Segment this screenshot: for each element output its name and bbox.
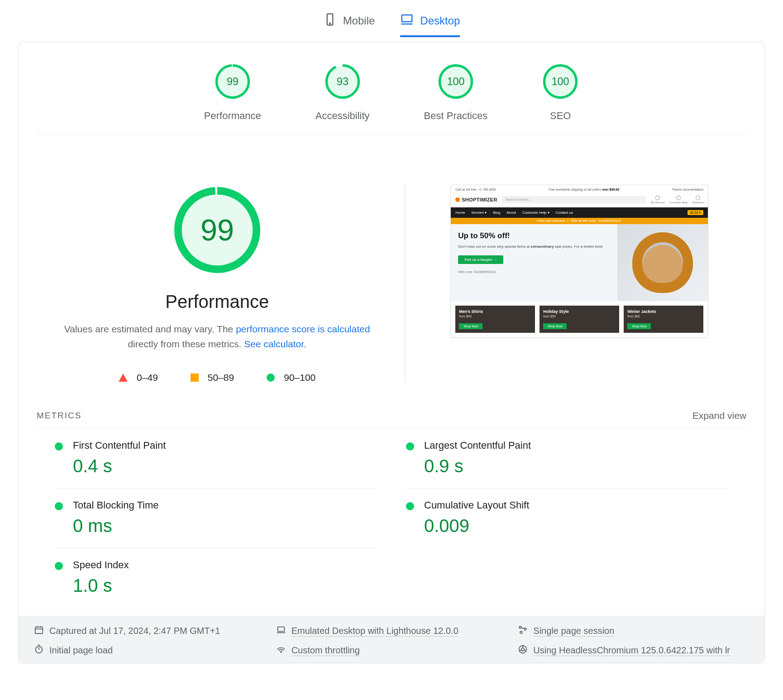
gauge-circle-icon: 100 bbox=[437, 63, 474, 100]
svg-point-20 bbox=[520, 626, 522, 628]
metrics-grid: First Contentful Paint 0.4 s Largest Con… bbox=[37, 428, 746, 608]
tab-mobile-label: Mobile bbox=[343, 14, 375, 27]
metric-value: 1.0 s bbox=[73, 575, 129, 596]
metric-value: 0.9 s bbox=[424, 456, 531, 476]
score-legend: 0–49 50–89 90–100 bbox=[119, 372, 315, 383]
gauge-accessibility[interactable]: 93 Accessibility bbox=[315, 63, 370, 122]
svg-point-21 bbox=[525, 628, 527, 630]
legend-fail: 0–49 bbox=[119, 372, 158, 383]
gauge-best-practices[interactable]: 100 Best Practices bbox=[424, 63, 488, 122]
footer-session[interactable]: Single page session bbox=[518, 625, 749, 637]
page-screenshot: Call us toll free: +1 789 2000 Free worl… bbox=[423, 185, 735, 338]
metrics-header: METRICS Expand view bbox=[19, 410, 764, 421]
gauge-label: Accessibility bbox=[315, 110, 370, 122]
device-tabs: Mobile Desktop bbox=[18, 0, 765, 42]
square-icon bbox=[191, 374, 199, 382]
gauge-performance[interactable]: 99 Performance bbox=[204, 63, 261, 122]
status-dot-icon bbox=[406, 502, 414, 510]
laptop-icon bbox=[276, 625, 286, 637]
gauge-label: SEO bbox=[550, 110, 571, 122]
network-icon bbox=[276, 644, 286, 657]
performance-section: 99 Performance Values are estimated and … bbox=[19, 135, 764, 405]
performance-title: Performance bbox=[165, 292, 269, 312]
metric-name: Total Blocking Time bbox=[73, 499, 159, 511]
svg-line-32 bbox=[524, 650, 526, 651]
svg-line-31 bbox=[520, 650, 522, 651]
hero-person-image bbox=[617, 224, 708, 301]
gauge-label: Best Practices bbox=[424, 110, 488, 122]
footer-browser[interactable]: Using HeadlessChromium 125.0.6422.175 wi… bbox=[518, 644, 749, 657]
category-gauges: 99 Performance 93 Accessibility 100 Best… bbox=[37, 59, 746, 135]
metric-value: 0.009 bbox=[424, 516, 529, 536]
tab-mobile[interactable]: Mobile bbox=[323, 13, 375, 37]
calendar-icon bbox=[34, 625, 44, 637]
circle-icon bbox=[267, 374, 275, 382]
performance-summary: 99 Performance Values are estimated and … bbox=[48, 185, 405, 383]
gauge-score: 100 bbox=[552, 76, 569, 87]
triangle-icon bbox=[119, 374, 128, 382]
metric-name: Speed Index bbox=[73, 559, 129, 571]
gauge-circle-icon: 93 bbox=[324, 63, 361, 100]
gauge-score: 100 bbox=[447, 76, 465, 87]
nodes-icon bbox=[518, 625, 528, 637]
report-card: 99 Performance 93 Accessibility 100 Best… bbox=[18, 42, 765, 663]
chrome-icon bbox=[518, 644, 528, 657]
metric-name: First Contentful Paint bbox=[73, 440, 166, 451]
gauge-label: Performance bbox=[204, 110, 261, 122]
gauge-score: 93 bbox=[337, 76, 349, 87]
timer-icon bbox=[34, 644, 44, 657]
status-dot-icon bbox=[55, 442, 63, 451]
svg-rect-2 bbox=[402, 15, 412, 22]
link-score-calc[interactable]: performance score is calculated bbox=[236, 324, 370, 334]
footer-throttling[interactable]: Custom throttling bbox=[276, 644, 507, 657]
svg-line-23 bbox=[521, 628, 525, 629]
metric-value: 0.4 s bbox=[73, 456, 166, 476]
metric-lcp[interactable]: Largest Contentful Paint 0.9 s bbox=[406, 429, 728, 489]
footer-captured: Captured at Jul 17, 2024, 2:47 PM GMT+1 bbox=[34, 625, 265, 637]
gauge-score: 99 bbox=[227, 76, 239, 87]
performance-description: Values are estimated and may vary. The p… bbox=[59, 322, 376, 351]
gauge-circle-icon: 99 bbox=[214, 63, 251, 100]
gauge-circle-icon: 100 bbox=[542, 63, 579, 100]
shop-nav: HomeWomen ▾BlogAboutCustomer Help ▾Conta… bbox=[451, 207, 708, 218]
gauge-seo[interactable]: 100 SEO bbox=[542, 63, 579, 122]
metric-value: 0 ms bbox=[73, 516, 159, 536]
tab-desktop-label: Desktop bbox=[420, 14, 460, 27]
shop-logo: SHOPTIMIZER bbox=[455, 197, 497, 202]
performance-big-score: 99 bbox=[201, 213, 234, 247]
footer-emulated[interactable]: Emulated Desktop with Lighthouse 12.0.0 bbox=[276, 625, 507, 637]
screenshot-thumbnail[interactable]: Call us toll free: +1 789 2000 Free worl… bbox=[450, 185, 708, 338]
metric-name: Largest Contentful Paint bbox=[424, 440, 531, 451]
metric-tbt[interactable]: Total Blocking Time 0 ms bbox=[55, 489, 377, 548]
legend-good: 90–100 bbox=[267, 372, 315, 383]
desktop-icon bbox=[400, 13, 414, 29]
svg-point-24 bbox=[36, 647, 43, 653]
performance-gauge-large-icon: 99 bbox=[172, 185, 263, 275]
footer-initial: Initial page load bbox=[34, 644, 265, 657]
status-dot-icon bbox=[406, 442, 414, 451]
metrics-title: METRICS bbox=[37, 411, 82, 421]
metric-si[interactable]: Speed Index 1.0 s bbox=[55, 548, 377, 608]
status-dot-icon bbox=[55, 502, 63, 510]
svg-point-1 bbox=[329, 23, 330, 24]
svg-point-22 bbox=[520, 631, 522, 633]
run-environment-footer: Captured at Jul 17, 2024, 2:47 PM GMT+1 … bbox=[19, 616, 764, 663]
status-dot-icon bbox=[55, 562, 63, 570]
metric-fcp[interactable]: First Contentful Paint 0.4 s bbox=[55, 429, 377, 489]
metric-cls[interactable]: Cumulative Layout Shift 0.009 bbox=[406, 489, 728, 548]
svg-rect-14 bbox=[35, 627, 43, 634]
legend-avg: 50–89 bbox=[191, 372, 234, 383]
metric-name: Cumulative Layout Shift bbox=[424, 499, 529, 511]
svg-rect-18 bbox=[277, 627, 284, 632]
link-see-calculator[interactable]: See calculator bbox=[244, 339, 304, 349]
mobile-icon bbox=[323, 13, 337, 29]
expand-view-toggle[interactable]: Expand view bbox=[692, 410, 746, 421]
shop-search: Search products... bbox=[502, 196, 646, 203]
tab-desktop[interactable]: Desktop bbox=[400, 13, 460, 37]
svg-point-27 bbox=[281, 651, 282, 652]
